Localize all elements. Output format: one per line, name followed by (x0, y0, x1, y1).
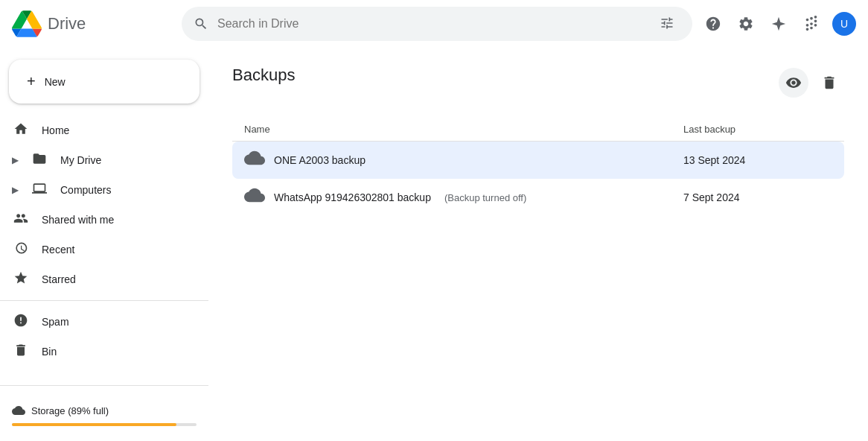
sidebar-item-recent-label: Recent (42, 244, 74, 256)
computers-chevron-icon: ▶ (12, 185, 19, 195)
row-name-cell: WhatsApp 919426302801 backup (Backup tur… (244, 185, 683, 210)
column-name: Name (244, 124, 683, 135)
row-2-date: 7 Sept 2024 (683, 191, 832, 203)
row-2-name: WhatsApp 919426302801 backup (274, 191, 431, 203)
storage-cloud-icon (12, 404, 25, 417)
new-button[interactable]: + New (9, 60, 200, 104)
header-right: U (698, 9, 856, 39)
column-last-backup: Last backup (683, 124, 832, 135)
my-drive-chevron-icon: ▶ (12, 155, 19, 165)
app-title: Drive (48, 14, 86, 34)
delete-button[interactable] (814, 68, 844, 98)
user-avatar[interactable]: U (832, 12, 856, 36)
table-row[interactable]: ONE A2003 backup 13 Sept 2024 (232, 142, 844, 179)
home-icon (12, 121, 30, 140)
preview-button[interactable] (779, 68, 808, 98)
starred-icon (12, 270, 30, 289)
sidebar-item-bin-label: Bin (42, 346, 57, 358)
search-icon (194, 16, 208, 31)
backup-cloud-icon (244, 147, 265, 173)
sidebar-item-computers-label: Computers (60, 184, 111, 196)
search-input[interactable] (217, 17, 645, 31)
computers-icon (31, 181, 48, 200)
row-name-cell: ONE A2003 backup (244, 147, 683, 173)
logo: Drive (12, 9, 176, 39)
storage-divider (0, 385, 208, 386)
sidebar-item-starred[interactable]: Starred (0, 264, 197, 294)
search-filter-button[interactable] (654, 10, 680, 39)
table-row[interactable]: WhatsApp 919426302801 backup (Backup tur… (232, 179, 844, 216)
storage-label: Storage (89% full) (31, 405, 109, 416)
sidebar-item-computers[interactable]: ▶ Computers (0, 175, 197, 205)
sidebar-item-starred-label: Starred (42, 273, 76, 285)
bin-icon (12, 343, 30, 361)
sidebar-item-home[interactable]: Home (0, 115, 197, 145)
sidebar-divider (0, 300, 208, 301)
sidebar-item-shared-label: Shared with me (42, 214, 114, 226)
new-button-label: New (45, 76, 66, 88)
storage-bar-fill (12, 423, 176, 426)
sidebar-item-my-drive[interactable]: ▶ My Drive (0, 145, 197, 175)
main-content: Backups Name Last backup (208, 48, 868, 441)
sidebar: + New Home ▶ My Drive ▶ (0, 48, 208, 441)
sidebar-item-spam[interactable]: Spam (0, 307, 197, 337)
table-header: Name Last backup (232, 118, 844, 142)
recent-icon (12, 241, 30, 259)
sidebar-item-recent[interactable]: Recent (0, 235, 197, 264)
sidebar-item-bin[interactable]: Bin (0, 337, 197, 367)
search-bar[interactable] (182, 7, 692, 41)
sidebar-item-my-drive-label: My Drive (60, 154, 101, 166)
action-buttons (779, 68, 844, 98)
shared-icon (12, 211, 30, 229)
sidebar-item-home-label: Home (42, 124, 69, 136)
spam-icon (12, 313, 30, 331)
app-body: + New Home ▶ My Drive ▶ (0, 48, 868, 441)
backup-cloud-icon (244, 185, 265, 210)
settings-button[interactable] (731, 9, 761, 39)
sidebar-item-spam-label: Spam (42, 316, 69, 328)
plus-icon: + (27, 73, 36, 90)
sidebar-nav: Home ▶ My Drive ▶ Computers (0, 115, 208, 379)
storage-section: Storage (89% full) (0, 398, 208, 435)
page-title: Backups (232, 66, 295, 85)
my-drive-icon (31, 151, 48, 170)
app-header: Drive (0, 0, 868, 48)
row-1-date: 13 Sept 2024 (683, 154, 832, 166)
gemini-button[interactable] (764, 9, 794, 39)
help-button[interactable] (698, 9, 728, 39)
storage-bar-background (12, 423, 197, 426)
row-1-name: ONE A2003 backup (274, 154, 366, 166)
row-2-note: (Backup turned off) (444, 192, 526, 203)
drive-logo-icon (12, 9, 42, 39)
apps-button[interactable] (797, 9, 826, 39)
backups-table: Name Last backup ONE A2003 backup 13 Sep… (232, 118, 844, 216)
sidebar-item-shared[interactable]: Shared with me (0, 205, 197, 235)
